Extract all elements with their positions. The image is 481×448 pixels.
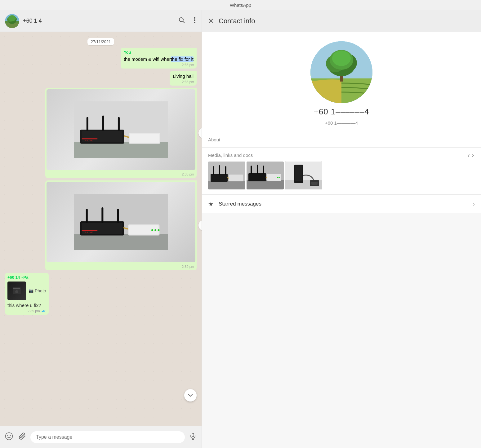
media-count-link[interactable]: 7 [467, 153, 475, 158]
media-thumb-dark [285, 162, 322, 189]
message-text: the modem & wifi wherthe fix for it [124, 56, 194, 62]
starred-messages-label: Starred messages [219, 201, 468, 207]
table-row: Living hall 2:38 pm [5, 71, 197, 86]
svg-point-11 [194, 20, 195, 21]
message-bubble-image: TP-LINK 2:38 pm [45, 88, 197, 178]
media-count-number: 7 [467, 153, 470, 158]
date-badge-text: 27/11/2021 [87, 38, 114, 45]
chat-messages[interactable]: 27/11/2021 You the modem & wifi wherthe … [0, 32, 202, 426]
media-header: Media, links and docs 7 [208, 153, 475, 158]
scroll-down-button[interactable] [184, 389, 197, 401]
svg-text:TP-LINK: TP-LINK [83, 231, 93, 234]
photo-preview-row: 📷 Photo [7, 282, 46, 300]
svg-rect-78 [311, 182, 318, 185]
about-section: About [202, 132, 481, 148]
svg-text:TP-LINK: TP-LINK [83, 140, 93, 142]
incoming-header: +60 1​​​4 ~P​a [7, 275, 46, 280]
app-title: WhatsApp [230, 2, 251, 8]
svg-rect-58 [208, 181, 245, 189]
incoming-message-text: this where u fix? [7, 302, 46, 308]
message-input[interactable] [30, 431, 185, 443]
photo-label: Photo [35, 288, 46, 294]
mic-button[interactable] [188, 431, 198, 443]
svg-rect-61 [219, 165, 220, 175]
more-options-button[interactable] [193, 16, 197, 26]
svg-point-56 [332, 51, 351, 66]
emoji-button[interactable] [4, 431, 14, 443]
svg-rect-59 [211, 174, 228, 182]
svg-rect-17 [87, 117, 88, 131]
message-bubble-outgoing: You the modem & wifi wherthe fix for it … [121, 48, 197, 69]
contact-header: ✕ Contact info [202, 10, 481, 32]
svg-point-10 [194, 17, 195, 19]
message-time: 2:38 pm [182, 80, 194, 84]
svg-point-42 [7, 435, 8, 436]
message-image-2[interactable]: TP-LINK [47, 182, 195, 262]
message-bubble-incoming: +60 1​​​4 ~P​a 📷 Photo this w [5, 273, 49, 315]
svg-rect-39 [13, 288, 20, 289]
router-image-2: TP-LINK [47, 182, 195, 262]
incoming-sender: +60 1​​​4 ~P​a [7, 275, 28, 280]
svg-point-7 [8, 15, 16, 21]
svg-point-41 [6, 433, 13, 440]
svg-point-40 [15, 290, 18, 293]
avatar[interactable] [5, 14, 19, 28]
svg-rect-19 [118, 117, 120, 131]
main-layout: +60 1 4 [0, 10, 481, 448]
table-row: TP-LINK 2:39 pm [5, 180, 197, 270]
media-label: Media, links and docs [208, 153, 253, 158]
contact-avatar-large[interactable] [310, 41, 372, 103]
chat-header: +60 1 4 [0, 10, 202, 32]
share-button-2[interactable] [198, 220, 202, 231]
svg-rect-32 [129, 225, 158, 234]
svg-rect-18 [102, 116, 104, 131]
table-row: +60 1​​​4 ~P​a 📷 Photo this w [5, 273, 197, 315]
about-label: About [208, 137, 475, 142]
media-thumbnail-1[interactable] [208, 162, 245, 189]
header-actions [177, 16, 197, 26]
message-bubble-image-2: TP-LINK 2:39 pm [45, 180, 197, 270]
media-thumbnail-3[interactable] [285, 162, 322, 189]
svg-rect-65 [247, 180, 284, 189]
svg-rect-66 [248, 173, 266, 181]
svg-rect-28 [86, 209, 88, 223]
svg-rect-62 [225, 166, 226, 175]
photo-label-row: 📷 Photo [29, 282, 46, 300]
contact-profile: +60 1––––––4 +60 1————4 [202, 32, 481, 132]
svg-point-43 [10, 435, 11, 436]
message-sender: You [124, 50, 194, 55]
svg-line-9 [183, 21, 185, 23]
svg-point-33 [151, 229, 153, 231]
message-image-wrapper-2: TP-LINK 2:39 pm [45, 180, 197, 270]
svg-point-12 [194, 22, 195, 23]
message-image[interactable]: TP-LINK [47, 89, 195, 170]
media-thumbnail-2[interactable] [247, 162, 284, 189]
svg-point-35 [158, 229, 159, 231]
contact-avatar-small [5, 14, 19, 28]
media-grid [208, 162, 475, 189]
svg-rect-69 [263, 166, 264, 174]
contact-phone-main: +60 1––––––4 [314, 107, 369, 117]
media-thumb-router-1 [208, 162, 245, 189]
message-bubble-outgoing-2: Living hall 2:38 pm [170, 71, 197, 86]
share-button-1[interactable] [198, 128, 202, 138]
search-button[interactable] [177, 16, 186, 26]
message-time: 2:39 pm [28, 309, 46, 313]
attach-button[interactable] [17, 431, 27, 443]
svg-rect-76 [295, 166, 302, 181]
message-image-wrapper: TP-LINK 2:38 pm [45, 88, 197, 178]
svg-point-72 [278, 177, 280, 178]
close-contact-info-button[interactable]: ✕ [208, 17, 214, 25]
starred-messages-section[interactable]: ★ Starred messages › [202, 195, 481, 213]
date-badge: 27/11/2021 [5, 38, 197, 45]
router-image-1: TP-LINK [47, 89, 195, 170]
svg-rect-14 [74, 142, 168, 158]
svg-point-71 [277, 177, 278, 178]
contact-name: +60 1 4 [23, 18, 173, 24]
photo-thumbnail[interactable] [7, 282, 26, 300]
chat-input-bar [0, 426, 202, 448]
chat-panel: +60 1 4 [0, 10, 202, 448]
message-time: 2:38 pm [182, 63, 194, 67]
message-text: Living hall [173, 73, 194, 79]
table-row: You the modem & wifi wherthe fix for it … [5, 48, 197, 69]
